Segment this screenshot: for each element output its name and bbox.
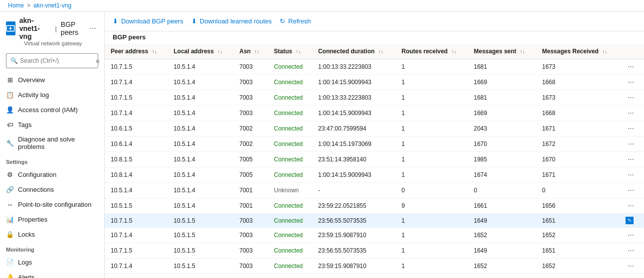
sidebar-item-diagnose[interactable]: 🔧 Diagnose and solve problems: [0, 132, 104, 154]
cell-received: 1671: [536, 121, 620, 137]
sidebar-item-alerts[interactable]: 🔔 Alerts: [0, 270, 104, 278]
cell-local-address: 10.5.1.5: [167, 214, 233, 228]
cell-more[interactable]: ···: [620, 274, 644, 278]
download-routes-icon: ⬇: [191, 17, 197, 25]
col-connected-duration[interactable]: Connected duration ↑↓: [312, 44, 395, 59]
sidebar-item-iam[interactable]: 👤 Access control (IAM): [0, 102, 104, 117]
table-row: 10.6.1.5 10.5.1.4 7002 Connected 23:47:0…: [105, 121, 644, 137]
cell-local-address: 10.5.1.4: [167, 106, 233, 121]
sidebar-item-properties-label: Properties: [18, 216, 47, 223]
breadcrumb-home[interactable]: Home: [8, 2, 24, 9]
sidebar-item-logs[interactable]: 📄 Logs: [0, 255, 104, 270]
cell-more[interactable]: ···: [620, 106, 644, 121]
cell-more[interactable]: ···: [620, 90, 644, 106]
more-options-button[interactable]: ···: [626, 246, 636, 255]
cell-more[interactable]: ···: [620, 259, 644, 274]
sidebar-item-connections[interactable]: 🔗 Connections: [0, 182, 104, 197]
cell-duration: 23:59:15.9087910: [312, 259, 395, 274]
search-icon: 🔍: [10, 57, 18, 64]
cell-more[interactable]: ✎: [620, 214, 644, 228]
download-routes-button[interactable]: ⬇ Download learned routes: [191, 15, 272, 27]
download-bgp-button[interactable]: ⬇ Download BGP peers: [113, 15, 183, 27]
more-options-button[interactable]: ···: [626, 109, 636, 118]
cell-duration: 23:59:15.9087910: [312, 228, 395, 243]
cell-more[interactable]: ···: [620, 243, 644, 259]
more-options-button[interactable]: ···: [626, 231, 636, 240]
activity-icon: 📋: [6, 91, 14, 99]
cell-asn: 7001: [233, 198, 268, 214]
resource-page: BGP peers: [61, 20, 84, 36]
cell-more[interactable]: ···: [620, 59, 644, 75]
connections-icon: 🔗: [6, 185, 14, 193]
sidebar-item-tags[interactable]: 🏷 Tags: [0, 117, 104, 132]
cell-more[interactable]: ···: [620, 198, 644, 214]
col-peer-address[interactable]: Peer address ↑↓: [105, 44, 167, 59]
edit-button[interactable]: ✎: [626, 217, 634, 224]
more-options-button[interactable]: ···: [626, 78, 636, 87]
sidebar-item-alerts-label: Alerts: [18, 274, 34, 278]
more-options-button[interactable]: ···: [626, 93, 636, 102]
refresh-icon: ↻: [280, 17, 285, 25]
resource-subtitle: Virtual network gateway: [24, 40, 98, 46]
cell-status: Connected: [268, 167, 312, 183]
cell-more[interactable]: ···: [620, 121, 644, 137]
breadcrumb-resource[interactable]: akn-vnet1-vng: [33, 2, 71, 9]
cell-routes: 1: [395, 121, 468, 137]
sidebar-item-properties[interactable]: 📊 Properties: [0, 212, 104, 227]
more-options-button[interactable]: ···: [626, 62, 636, 71]
search-input[interactable]: [20, 57, 95, 64]
more-options-button[interactable]: ···: [626, 139, 636, 148]
col-local-address[interactable]: Local address ↑↓: [167, 44, 233, 59]
cell-duration: 23:56:55.5073535: [312, 214, 395, 228]
cell-more[interactable]: ···: [620, 137, 644, 152]
cell-routes: 1: [395, 228, 468, 243]
sidebar-item-p2s[interactable]: ↔ Point-to-site configuration: [0, 197, 104, 212]
cell-asn: 7005: [233, 167, 268, 183]
sidebar-item-activity-log[interactable]: 📋 Activity log: [0, 87, 104, 102]
collapse-button[interactable]: «: [95, 56, 101, 66]
monitoring-section-title: Monitoring: [0, 242, 104, 255]
more-options-button[interactable]: ···: [626, 124, 636, 133]
refresh-button[interactable]: ↻ Refresh: [280, 15, 311, 27]
col-status[interactable]: Status ↑↓: [268, 44, 312, 59]
more-options-button[interactable]: ···: [626, 262, 636, 271]
cell-more[interactable]: ···: [620, 75, 644, 90]
cell-routes: 1: [395, 214, 468, 228]
cell-peer-address: 10.6.1.5: [105, 274, 167, 278]
search-container: 🔍 «: [6, 53, 98, 68]
cell-more[interactable]: ···: [620, 228, 644, 243]
cell-duration: -: [312, 183, 395, 198]
cell-more[interactable]: ···: [620, 152, 644, 167]
more-options-button[interactable]: ···: [626, 201, 636, 210]
table-row: 10.7.1.4 10.5.1.4 7003 Connected 1:00:14…: [105, 106, 644, 121]
sidebar-item-configuration[interactable]: ⚙ Configuration: [0, 167, 104, 182]
cell-more[interactable]: ···: [620, 167, 644, 183]
col-messages-received[interactable]: Messages Received ↑↓: [536, 44, 620, 59]
col-messages-sent[interactable]: Messages sent ↑↓: [468, 44, 536, 59]
col-asn[interactable]: Asn ↑↓: [233, 44, 268, 59]
sidebar-item-overview[interactable]: ⊞ Overview: [0, 72, 104, 87]
cell-status: Connected: [268, 228, 312, 243]
more-options-button[interactable]: ···: [626, 186, 636, 195]
table-row: 10.7.1.4 10.5.1.5 7003 Connected 23:59:1…: [105, 259, 644, 274]
more-options-button[interactable]: ···: [626, 155, 636, 164]
cell-local-address: 10.5.1.4: [167, 59, 233, 75]
ellipsis-button[interactable]: ···: [88, 23, 98, 34]
sidebar-item-locks[interactable]: 🔒 Locks: [0, 227, 104, 242]
col-routes-received[interactable]: Routes received ↑↓: [395, 44, 468, 59]
cell-sent: 1674: [468, 167, 536, 183]
cell-more[interactable]: ···: [620, 183, 644, 198]
table-row: 10.8.1.5 10.5.1.4 7005 Connected 23:51:1…: [105, 152, 644, 167]
cell-routes: 1: [395, 274, 468, 278]
cell-local-address: 10.5.1.4: [167, 152, 233, 167]
config-icon: ⚙: [6, 170, 14, 178]
iam-icon: 👤: [6, 106, 14, 114]
table-row: 10.8.1.4 10.5.1.4 7005 Connected 1:00:14…: [105, 167, 644, 183]
diagnose-icon: 🔧: [6, 139, 14, 147]
sidebar-header: akn-vnet1-vng | BGP peers ··· Virtual ne…: [0, 11, 104, 49]
cell-peer-address: 10.7.1.4: [105, 259, 167, 274]
settings-section-title: Settings: [0, 154, 104, 167]
cell-received: 1672: [536, 137, 620, 152]
toolbar: ⬇ Download BGP peers ⬇ Download learned …: [105, 11, 644, 31]
more-options-button[interactable]: ···: [626, 170, 636, 179]
